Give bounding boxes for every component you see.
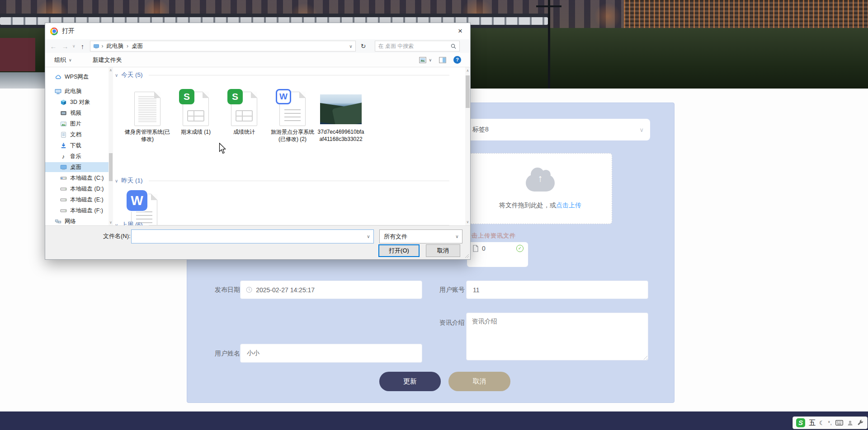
crumb-separator-icon: ›	[127, 43, 128, 49]
file-name: 37d7ec4699610bfaaf41168c3b33022	[317, 128, 364, 143]
sidebar-item-label: 桌面	[70, 164, 81, 171]
close-icon[interactable]: ×	[450, 23, 470, 39]
user-icon[interactable]	[847, 420, 854, 426]
breadcrumb-this-pc[interactable]: 此电脑	[106, 42, 125, 50]
scroll-up-icon[interactable]: ∧	[465, 69, 470, 73]
sidebar-item-disk-d[interactable]: 本地磁盘 (D:)	[45, 184, 108, 194]
upload-cloud-icon: ↑	[526, 174, 555, 192]
intro-textarea[interactable]	[466, 313, 648, 360]
sidebar-scroll-thumb[interactable]	[109, 153, 113, 181]
moon-icon[interactable]: ☾	[819, 420, 825, 426]
update-button[interactable]: 更新	[379, 372, 441, 391]
resize-grip[interactable]	[464, 253, 469, 258]
chevron-down-icon: ∨	[639, 126, 644, 133]
tag-select[interactable]: 标签8 ∨	[466, 119, 650, 140]
form-cancel-button[interactable]: 取消	[448, 372, 510, 391]
file-tile-travel-system[interactable]: W 旅游景点分享系统(已修改) (2)	[269, 87, 316, 143]
sogou-logo-icon[interactable]: S	[796, 418, 805, 427]
help-icon[interactable]: ?	[453, 56, 461, 64]
organize-button[interactable]: 组织	[54, 56, 66, 64]
file-tile-grade-stats[interactable]: S 成绩统计	[221, 87, 268, 136]
forward-icon[interactable]: →	[61, 42, 70, 50]
scroll-up-icon[interactable]: ∧	[108, 68, 113, 72]
stadium-track	[0, 72, 45, 89]
file-name: 成绩统计	[221, 128, 268, 136]
history-chevron-icon[interactable]: ∨	[72, 44, 75, 48]
filename-combobox[interactable]: ∨	[131, 229, 374, 243]
open-button[interactable]: 打开(O)	[378, 244, 420, 257]
sidebar-item-videos[interactable]: 视频	[45, 108, 108, 118]
screen: 标签8 ∨ ↑ 将文件拖到此处，或点击上传 点击上传资讯文件 0 ✓ 发布日期 …	[0, 0, 868, 430]
publish-date-field[interactable]	[240, 280, 422, 299]
scroll-down-icon[interactable]: ∨	[108, 220, 113, 224]
username-input[interactable]	[240, 344, 422, 363]
file-tile-gym-system[interactable]: 健身房管理系统(已修改)	[124, 87, 171, 143]
dialog-titlebar: 打开 ×	[45, 23, 470, 39]
sidebar-item-disk-c[interactable]: 本地磁盘 (C:)	[45, 173, 108, 183]
file-list-scrollbar[interactable]: ∧ ∨	[465, 67, 470, 225]
ime-mode-wubi[interactable]: 五	[809, 419, 816, 427]
uploaded-file-name: 0	[482, 245, 486, 252]
address-bar[interactable]: › 此电脑 › 桌面 ∨	[90, 41, 356, 51]
search-box[interactable]	[375, 41, 460, 51]
file-tile-final-grades[interactable]: S 期末成绩 (1)	[172, 87, 219, 136]
sidebar-item-label: 3D 对象	[70, 98, 90, 106]
search-input[interactable]	[378, 43, 451, 49]
click-upload-link[interactable]: 点击上传	[556, 201, 581, 209]
breadcrumb-desktop[interactable]: 桌面	[131, 42, 144, 50]
sidebar-item-label: 本地磁盘 (C:)	[70, 174, 104, 182]
text-file-icon	[134, 92, 160, 126]
dropzone-text: 将文件拖到此处，或点击上传	[469, 201, 612, 210]
filetype-select[interactable]: 所有文件 ∨	[379, 229, 462, 243]
sidebar-item-documents[interactable]: 文档	[45, 130, 108, 140]
back-icon[interactable]: ←	[49, 42, 58, 50]
wps-sheet-file-icon: S	[183, 92, 209, 126]
publish-date-input[interactable]	[256, 286, 416, 294]
sidebar-item-downloads[interactable]: 下载	[45, 140, 108, 150]
upload-dropzone[interactable]: ↑ 将文件拖到此处，或点击上传	[468, 153, 612, 224]
publish-date-label: 发布日期	[199, 286, 240, 294]
sidebar-item-network[interactable]: 网络	[45, 216, 108, 225]
dialog-navrow: ← → ∨ ↑ › 此电脑 › 桌面 ∨ ↻	[45, 39, 470, 53]
sidebar-item-wps-cloud[interactable]: WPS网盘	[45, 72, 108, 82]
up-icon[interactable]: ↑	[78, 42, 87, 50]
sidebar-item-pictures[interactable]: 图片	[45, 119, 108, 129]
sidebar-item-3d-objects[interactable]: 3D 对象	[45, 97, 108, 107]
address-chevron-icon[interactable]: ∨	[349, 44, 352, 49]
new-folder-button[interactable]: 新建文件夹	[93, 56, 122, 64]
uploaded-file-item[interactable]: 0 ✓	[467, 242, 528, 267]
wrench-icon[interactable]	[857, 420, 863, 426]
sidebar-item-disk-e[interactable]: 本地磁盘 (E:)	[45, 195, 108, 205]
chevron-down-icon[interactable]: ∨	[363, 234, 373, 239]
disk-icon	[60, 207, 67, 214]
upload-success-icon: ✓	[516, 245, 524, 252]
dialog-cancel-button[interactable]: 取消	[426, 244, 460, 257]
cloud-icon	[54, 74, 61, 80]
sidebar-item-label: WPS网盘	[65, 73, 89, 81]
file-tile-new-docx[interactable]: W 新建 DOCX 文档	[121, 189, 168, 225]
filename-input[interactable]	[132, 230, 363, 243]
group-header-last-week[interactable]: ∨ 上周 (6)	[115, 221, 449, 225]
punctuation-mode-icon[interactable]: °,	[828, 421, 832, 425]
chrome-icon	[50, 28, 58, 35]
dialog-body: WPS网盘 此电脑 3D 对象 视频 图片	[45, 67, 470, 225]
sidebar-item-music[interactable]: ♪ 音乐	[45, 151, 108, 161]
view-mode-button[interactable]: ∨	[419, 57, 432, 63]
preview-pane-icon[interactable]	[439, 57, 446, 63]
sidebar-scrollbar[interactable]: ∧ ∨	[108, 67, 113, 225]
group-header-yesterday[interactable]: ∨ 昨天 (1)	[115, 177, 449, 185]
refresh-icon[interactable]: ↻	[359, 42, 368, 50]
group-header-today[interactable]: ∨ 今天 (5)	[115, 71, 449, 79]
scroll-down-icon[interactable]: ∨	[465, 220, 470, 224]
keyboard-icon[interactable]	[835, 420, 843, 425]
sidebar-item-this-pc[interactable]: 此电脑	[45, 86, 108, 96]
account-input[interactable]	[466, 280, 648, 299]
document-icon	[472, 245, 479, 252]
file-tile-image[interactable]: 37d7ec4699610bfaaf41168c3b33022	[317, 87, 364, 143]
dialog-sidebar: WPS网盘 此电脑 3D 对象 视频 图片	[45, 67, 113, 225]
list-scroll-thumb[interactable]	[466, 75, 470, 108]
sidebar-item-disk-f[interactable]: 本地磁盘 (F:)	[45, 206, 108, 215]
sidebar-item-desktop[interactable]: 桌面	[45, 162, 108, 172]
ime-toolbar[interactable]: S 五 ☾ °,	[793, 416, 868, 429]
upload-tip: 点击上传资讯文件	[465, 232, 516, 240]
